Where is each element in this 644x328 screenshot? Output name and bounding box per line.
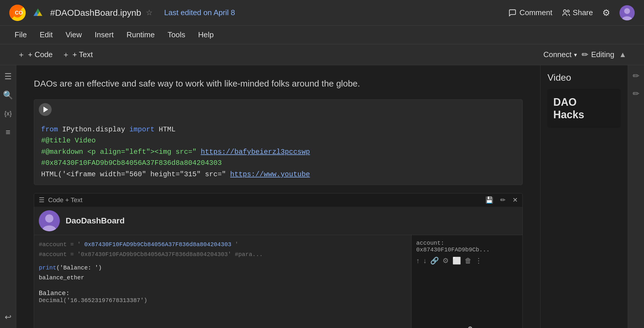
preview-avatar-row: DaoDashBoard	[34, 207, 522, 235]
last-edited-text: Last edited on April 8	[164, 8, 235, 17]
star-icon[interactable]: ☆	[146, 8, 153, 17]
preview-body: #account = ' 0x87430F10FAD9b9Cb84056A37F…	[34, 235, 522, 328]
kw-import: import	[129, 126, 154, 133]
balance-label: Balance:	[39, 290, 407, 297]
comment-button[interactable]: Comment	[508, 8, 552, 17]
preview-balance: Balance: Decimal('16.36523197678313387')	[39, 290, 407, 304]
editing-label-text: Editing	[591, 50, 615, 59]
notebook-title: #DAODashBoard.ipynb ☆ Last edited on Apr…	[50, 8, 501, 18]
svg-text:CO: CO	[15, 10, 23, 16]
menu-tools[interactable]: Tools	[162, 28, 190, 42]
sidebar-toc-icon[interactable]: ≡	[3, 127, 13, 137]
print-balance-line: print('Balance: ')	[39, 263, 407, 273]
code-line-1: from IPython.display import HTML	[41, 124, 515, 135]
menu-help[interactable]: Help	[193, 28, 219, 42]
sidebar-search-icon[interactable]: 🔍	[3, 90, 13, 100]
preview-avatar	[39, 210, 60, 231]
svg-point-11	[45, 214, 53, 223]
svg-point-6	[567, 10, 569, 12]
content-area[interactable]: DAOs are an effective and safe way to wo…	[16, 65, 540, 328]
menu-runtime[interactable]: Runtime	[121, 28, 160, 42]
share-arrow-icon[interactable]	[461, 326, 473, 328]
sidebar-menu-icon[interactable]: ☰	[3, 71, 13, 82]
code-content-1: from IPython.display import HTML #@title…	[34, 119, 522, 185]
copy-cell-icon[interactable]: ⬜	[452, 257, 461, 265]
cell-header-1	[34, 100, 522, 119]
sidebar-variables-icon[interactable]: {x}	[3, 108, 13, 119]
add-code-label: + Code	[28, 50, 53, 59]
right-panel: Video DAO Hacks	[540, 65, 628, 328]
more-icon[interactable]: ⋮	[475, 257, 482, 265]
toolbar: ＋ + Code ＋ + Text Connect ▾ ✏ Editing ▲	[0, 44, 644, 65]
account-display: account: 0x87430F10FAD9b9Cb...	[416, 240, 518, 253]
up-icon[interactable]: ↑	[416, 257, 420, 265]
menu-edit[interactable]: Edit	[34, 28, 58, 42]
sidebar-history-icon[interactable]: ↩	[3, 312, 13, 322]
action-icons: ↑ ↓ 🔗 ⚙ ⬜ 🗑 ⋮	[416, 257, 518, 265]
preview-account-code: #account = ' 0x87430F10FAD9b9Cb84056A37F…	[39, 240, 407, 283]
logo: CO	[9, 5, 26, 21]
user-avatar[interactable]	[620, 5, 635, 20]
dao-hacks-line2: Hacks	[553, 108, 615, 121]
preview-edit-icon: ✏	[500, 196, 505, 204]
menu-insert[interactable]: Insert	[90, 28, 119, 42]
colab-logo-icon: CO	[12, 8, 23, 18]
share-icon	[461, 326, 473, 328]
code-line-5: HTML('<iframe width="560" height="315" s…	[41, 169, 515, 180]
avatar-image	[620, 5, 635, 20]
right-edge-icon-1[interactable]: ✏	[633, 71, 639, 81]
link-icon[interactable]: 🔗	[430, 257, 439, 265]
share-action: Share	[416, 326, 518, 328]
kw-from: from	[41, 126, 58, 133]
preview-avatar-image	[39, 210, 60, 231]
top-right-actions: Comment Share ⚙	[508, 5, 635, 20]
add-text-button[interactable]: ＋ + Text	[62, 50, 93, 60]
left-sidebar: ☰ 🔍 {x} ≡ ↩	[0, 65, 16, 328]
connect-label: Connect	[543, 50, 572, 59]
dao-hacks-card: DAO Hacks	[547, 89, 621, 128]
settings-cell-icon[interactable]: ⚙	[442, 257, 449, 265]
comment-icon	[508, 9, 517, 17]
menu-file[interactable]: File	[9, 28, 32, 42]
editing-status: ✏ Editing	[582, 50, 615, 59]
down-icon[interactable]: ↓	[423, 257, 427, 265]
run-triangle-icon	[43, 107, 48, 112]
main-layout: ☰ 🔍 {x} ≡ ↩ DAOs are an effective and sa…	[0, 65, 644, 328]
dao-hacks-line1: DAO	[553, 96, 615, 108]
balance-value: Decimal('16.36523197678313387')	[39, 297, 407, 304]
preview-menu-icon: ☰	[39, 196, 45, 204]
drive-icon	[33, 8, 43, 18]
notebook-name-text[interactable]: #DAODashBoard.ipynb	[50, 8, 141, 18]
settings-icon[interactable]: ⚙	[602, 8, 610, 18]
collapse-icon[interactable]: ▲	[619, 50, 626, 59]
account-line-2: #account = '0x87430F10FAD9b9Cb84056A37F8…	[39, 250, 407, 260]
top-bar: CO #DAODashBoard.ipynb ☆ Last edited on …	[0, 0, 644, 26]
delete-cell-icon[interactable]: 🗑	[465, 257, 472, 265]
preview-close-icon: ✕	[512, 196, 518, 204]
account-display-text: account: 0x87430F10FAD9b9Cb...	[416, 240, 518, 253]
people-icon	[562, 9, 570, 17]
code-line-3: #@markdown <p align="left"><img src=" ht…	[41, 147, 515, 158]
toolbar-right: Connect ▾ ✏ Editing ▲	[543, 50, 626, 59]
menu-bar: File Edit View Insert Runtime Tools Help	[0, 26, 644, 44]
share-button[interactable]: Share	[562, 8, 593, 17]
notebook-preview: ☰ Code + Text 💾 ✏ ✕ DaoDashBoard	[34, 193, 523, 328]
connect-button[interactable]: Connect ▾	[543, 50, 577, 59]
right-edge: ✏ ✏	[628, 65, 644, 328]
right-edge-icon-2[interactable]: ✏	[633, 89, 639, 98]
svg-point-8	[624, 8, 630, 14]
code-cell-1: from IPython.display import HTML #@title…	[34, 99, 523, 185]
preview-code-left: #account = ' 0x87430F10FAD9b9Cb84056A37F…	[34, 235, 412, 328]
account-line-1: #account = ' 0x87430F10FAD9b9Cb84056A37F…	[39, 240, 407, 250]
code-line-4: #0x87430F10FAD9b9Cb84056A37F836d8a804204…	[41, 158, 515, 169]
share-label: Share	[573, 8, 593, 17]
pencil-icon: ✏	[582, 50, 588, 59]
preview-code-right: account: 0x87430F10FAD9b9Cb... ↑ ↓ 🔗 ⚙ ⬜…	[412, 235, 522, 328]
run-button-1[interactable]	[39, 103, 52, 116]
svg-point-5	[563, 10, 566, 12]
menu-view[interactable]: View	[60, 28, 87, 42]
add-code-icon: ＋	[18, 50, 25, 60]
video-panel-label: Video	[547, 72, 621, 83]
svg-point-13	[469, 327, 472, 328]
add-code-button[interactable]: ＋ + Code	[18, 50, 53, 60]
